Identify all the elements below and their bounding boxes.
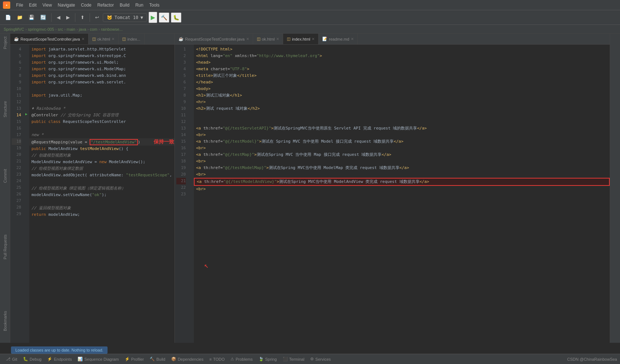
spring-icon: 🍃 (259, 357, 264, 361)
bottom-tool-services[interactable]: ⚙ Services (307, 356, 334, 362)
bottom-tool-endpoints[interactable]: ⚡ Endpoints (44, 356, 75, 362)
menu-run[interactable]: Run (132, 1, 146, 9)
bottom-tool-todo[interactable]: ≡ TODO (206, 356, 228, 362)
left-tab-ok[interactable]: ◫ ok.html ✕ (89, 34, 119, 44)
r-line-22: <br> (194, 186, 610, 192)
tab-close-2[interactable]: ✕ (112, 37, 114, 41)
bc-main[interactable]: main (67, 27, 75, 31)
menu-navigate[interactable]: Navigate (55, 1, 78, 9)
code-line-12 (29, 99, 174, 105)
separator-1 (51, 13, 52, 22)
tab-close-r2[interactable]: ✕ (276, 37, 279, 41)
r-line-12 (194, 119, 610, 125)
bottom-tool-build[interactable]: 🔨 Build (147, 356, 168, 362)
code-line-14: @Controller // 交给Spring IOC 容器管理 (29, 112, 174, 119)
right-tab-readme[interactable]: 📝 readme.md ✕ (319, 34, 358, 44)
code-line-7: import org.springframework.ui.ModelMap; (29, 66, 174, 72)
html-icon-1: ◫ (92, 37, 96, 41)
bc-com[interactable]: com (90, 27, 97, 31)
sidebar-icon-structure[interactable]: Structure (3, 101, 7, 117)
bottom-tool-debug[interactable]: 🐛 Debug (20, 356, 44, 362)
services-label: Services (315, 357, 331, 361)
left-editor: ☕ RequestScopeTestController.java ✕ ◫ ok… (10, 34, 175, 343)
notification-text: Loaded classes are up to date. Nothing t… (15, 348, 103, 352)
right-tab-ok[interactable]: ◫ ok.html ✕ (253, 34, 283, 44)
bottom-tool-dependencies[interactable]: 📦 Dependencies (168, 356, 206, 362)
menu-tools[interactable]: Tools (146, 1, 162, 9)
menu-edit[interactable]: Edit (26, 1, 40, 9)
bc-springmvc[interactable]: SpringMVC (4, 27, 24, 31)
menu-file[interactable]: File (13, 1, 26, 9)
bc-project[interactable]: springmvc-005 (28, 27, 54, 31)
code-line-15: public class RequestScopeTestController (29, 119, 174, 125)
md-icon-r: 📝 (322, 37, 327, 41)
run-config-selector[interactable]: 🐱 Tomcat 10 ▼ (103, 13, 147, 22)
services-icon: ⚙ (310, 357, 314, 361)
debug-btn[interactable]: 🐛 (171, 12, 181, 23)
sidebar-icon-project[interactable]: Project (3, 37, 7, 49)
vcs-btn[interactable]: ⬆ (78, 13, 87, 22)
terminal-icon: ⬛ (283, 357, 288, 361)
save-btn[interactable]: 💾 (26, 13, 37, 22)
r-line-20: <br> (194, 171, 610, 178)
r-line-13: <a th:href="@{/testServletAPI}">测试在Sprin… (194, 125, 610, 132)
left-sidebar: Project Structure Commit Pull Requests B… (0, 34, 10, 343)
code-line-4: import jakarta.servlet.http.HttpServlet (29, 46, 174, 53)
left-tab-index[interactable]: ◫ index... (119, 34, 144, 44)
menu-refactor[interactable]: Refactor (94, 1, 117, 9)
dep-icon: 📦 (171, 357, 176, 361)
r-line-19: <a th:href="@{/testModelMap}">测试在Spring … (194, 165, 610, 171)
code-line-19: public ModelAndView testModelAndView() { (29, 146, 174, 152)
gutter-left: ▶ (23, 45, 29, 343)
tab-close-r1[interactable]: ✕ (246, 37, 249, 41)
bottom-tool-terminal[interactable]: ⬛ Terminal (280, 356, 308, 362)
right-tab-index[interactable]: ◫ index.html ✕ (283, 34, 319, 44)
csdn-text: CSDN @ChinaRainbowSea (567, 357, 617, 361)
r-line-16: <br> (194, 145, 610, 151)
separator-2 (75, 13, 75, 22)
debug-icon: 🐛 (23, 357, 28, 361)
git-icon: ⎇ (6, 357, 11, 361)
right-code-lines[interactable]: <!DOCTYPE html> <html lang="en" xmlns:th… (194, 45, 610, 343)
java-icon: ☕ (14, 37, 19, 41)
gutter-right (188, 45, 194, 343)
menu-view[interactable]: View (40, 1, 55, 9)
forward-btn[interactable]: ▶ (64, 13, 72, 22)
undo-btn[interactable]: ↩ (93, 13, 101, 22)
sidebar-icon-bookmarks[interactable]: Bookmarks (3, 311, 7, 331)
bottom-tool-problems[interactable]: ⚠ Problems (228, 356, 255, 362)
tab-close-r4[interactable]: ✕ (351, 37, 354, 41)
r-line-11 (194, 112, 610, 119)
right-tab-controller[interactable]: ☕ RequestScopeTestController.java ✕ (175, 34, 253, 44)
bc-package[interactable]: rainbowse... (101, 27, 123, 31)
tab-close-1[interactable]: ✕ (82, 37, 84, 41)
left-code-lines[interactable]: import jakarta.servlet.http.HttpServlet … (29, 45, 174, 343)
endpoints-icon: ⚡ (47, 357, 52, 361)
bottom-tool-profiler[interactable]: ⚡ Profiler (122, 356, 147, 362)
back-btn[interactable]: ◀ (55, 13, 63, 22)
refresh-btn[interactable]: 🔄 (38, 13, 48, 22)
open-btn[interactable]: 📁 (15, 13, 25, 22)
left-tab-controller[interactable]: ☕ RequestScopeTestController.java ✕ (10, 34, 89, 44)
sidebar-icon-pullrequests[interactable]: Pull Requests (3, 234, 7, 259)
sidebar-icon-commit[interactable]: Commit (3, 169, 7, 183)
code-line-5: import org.springframework.stereotype.C (29, 53, 174, 59)
r-line-7: <body> (194, 86, 610, 92)
build-icon: 🔨 (150, 357, 155, 361)
bottom-tool-git[interactable]: ⎇ Git (3, 356, 20, 362)
bc-src[interactable]: src (58, 27, 63, 31)
tab-close-r3[interactable]: ✕ (312, 37, 315, 41)
menu-bar: ✦ File Edit View Navigate Code Refactor … (0, 0, 620, 10)
bottom-tool-sequence[interactable]: 📊 Sequence Diagram (75, 356, 121, 362)
menu-build[interactable]: Build (117, 1, 132, 9)
menu-code[interactable]: Code (78, 1, 94, 9)
code-line-11: import java.util.Map; (29, 92, 174, 99)
r-line-4: <meta charset="UTF-8"> (194, 66, 610, 72)
bc-java[interactable]: java (79, 27, 86, 31)
code-line-27 (29, 198, 174, 205)
build-btn[interactable]: 🔨 (159, 12, 169, 23)
new-file-btn[interactable]: 📄 (3, 13, 13, 22)
run-button[interactable]: ▶ (149, 12, 157, 23)
r-line-6: </head> (194, 79, 610, 86)
bottom-tool-spring[interactable]: 🍃 Spring (256, 356, 280, 362)
